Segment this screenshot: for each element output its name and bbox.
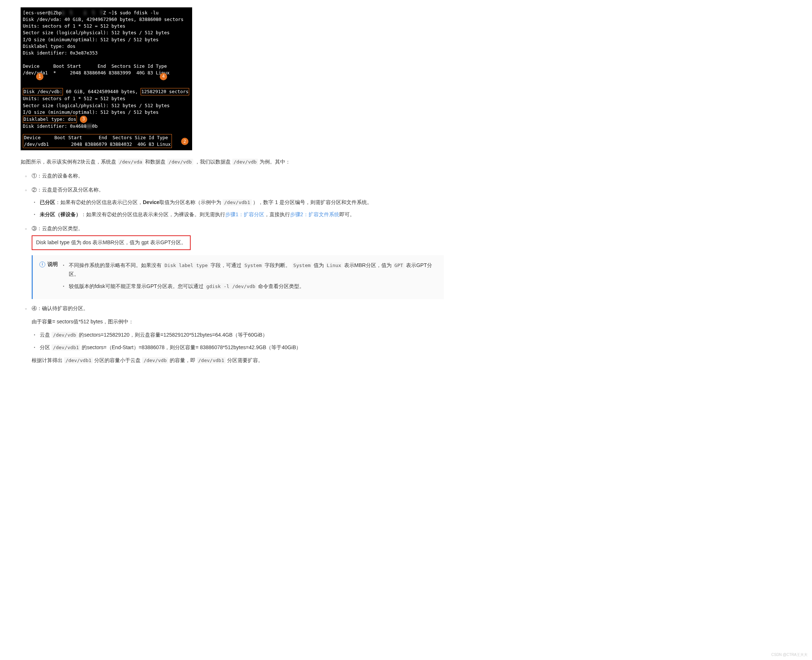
vdb-partition-highlight: Device Boot Start End Sectors Size Id Ty… [23, 134, 172, 148]
code-vdb: /dev/vdb [167, 159, 193, 165]
info-note-panel: i 说明 不同操作系统的显示略有不同。如果没有 Disk label type … [32, 255, 444, 299]
item4-sub: 由于容量= sectors值*512 bytes，图示例中： [32, 317, 444, 326]
terminal-prompt: [ecs-user@iZbpi l i l lZ ~]$ sudo fdisk … [23, 10, 190, 16]
item4-conclusion: 根据计算得出 /dev/vdb1 分区的容量小于云盘 /dev/vdb 的容量，… [32, 356, 444, 365]
item4-calc-partition: 分区 /dev/vdb1 的sectors=（End-Start）=838860… [40, 343, 444, 352]
intro-paragraph: 如图所示，表示该实例有2块云盘，系统盘 /dev/vda 和数据盘 /dev/v… [21, 158, 444, 167]
info-icon: i [40, 262, 45, 267]
item4-calc-disk: 云盘 /dev/vdb 的sectors=125829120，则云盘容量=125… [40, 331, 444, 340]
terminal-screenshot: [ecs-user@iZbpi l i l lZ ~]$ sudo fdisk … [21, 7, 192, 150]
list-item-3: ③：云盘的分区类型。 Disk label type 值为 dos 表示MBR分… [32, 224, 444, 299]
vdb-name-highlight: Disk /dev/vdb: [23, 88, 63, 95]
list-item-2: ②：云盘是否分区及分区名称。 已分区：如果有②处的分区信息表示已分区，Devic… [32, 186, 444, 219]
device-header: Device Boot Start End Sectors Size Id Ty… [23, 63, 190, 70]
info-note-2: 较低版本的fdisk可能不能正常显示GPT分区表。您可以通过 gdisk -l … [63, 282, 438, 291]
badge-1: 1 [36, 73, 43, 80]
red-highlight-box: Disk label type 值为 dos 表示MBR分区，值为 gpt 表示… [32, 235, 191, 250]
link-step2[interactable]: 步骤2：扩容文件系统 [290, 211, 339, 217]
disklabel-highlight: Disklabel type: dos [23, 116, 77, 123]
badge-2: 2 [181, 138, 188, 145]
list-item-1: ①：云盘的设备名称。 [32, 171, 444, 181]
code-vda: /dev/vda [118, 159, 144, 165]
list-item-2b: 未分区（裸设备）：如果没有②处的分区信息表示未分区，为裸设备。则无需执行步骤1：… [40, 210, 444, 219]
link-step1[interactable]: 步骤1：扩容分区 [225, 211, 264, 217]
document-body: 如图所示，表示该实例有2块云盘，系统盘 /dev/vda 和数据盘 /dev/v… [21, 158, 444, 365]
vda-header: Disk /dev/vda: 40 GiB, 42949672960 bytes… [23, 16, 190, 23]
list-item-2a: 已分区：如果有②处的分区信息表示已分区，Device取值为分区名称（示例中为 /… [40, 198, 444, 207]
info-note-1: 不同操作系统的显示略有不同。如果没有 Disk label type 字段，可通… [63, 261, 438, 279]
info-title: 说明 [47, 260, 58, 269]
vdb-sectors-highlight: 125829120 sectors [141, 88, 189, 95]
list-item-4: ④：确认待扩容的分区。 由于容量= sectors值*512 bytes，图示例… [32, 304, 444, 365]
code-vdb: /dev/vdb [232, 159, 258, 165]
badge-3: 3 [80, 116, 87, 123]
badge-4: 4 [160, 73, 167, 80]
